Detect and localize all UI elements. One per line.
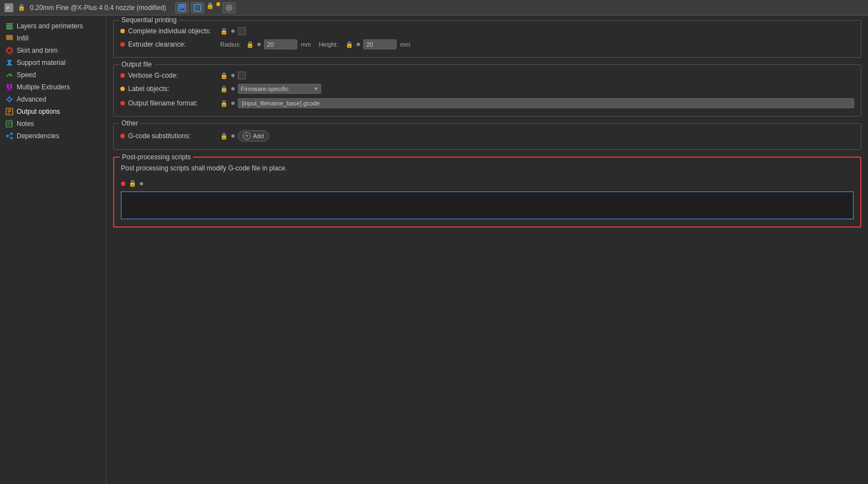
sequential-printing-title: Sequential printing (119, 16, 179, 24)
output-file-title: Output file (119, 60, 154, 68)
output-filename-row: Output filename format: 🔒 (120, 96, 854, 110)
svg-rect-21 (8, 88, 9, 90)
output-filename-dot (120, 101, 125, 105)
complete-individual-label: Complete individual objects: (128, 27, 217, 35)
svg-rect-19 (7, 84, 9, 88)
post-processing-textarea[interactable] (121, 191, 854, 219)
svg-rect-20 (10, 84, 12, 88)
svg-rect-10 (6, 25, 13, 26)
sidebar-label-layers: Layers and perimeters (17, 22, 83, 30)
svg-line-39 (8, 134, 11, 136)
sidebar-item-advanced[interactable]: Advanced (0, 93, 106, 105)
label-objects-row: Label objects: 🔒 Firmware-specific ▼ (120, 82, 854, 96)
sidebar-item-infill[interactable]: Infill (0, 32, 106, 44)
sidebar-item-dependencies[interactable]: Dependencies (0, 130, 106, 142)
sidebar-item-output-options[interactable]: Output options (0, 105, 106, 118)
output-file-section: Output file Verbose G-code: 🔒 Label obje… (113, 64, 861, 117)
lock-icon: 🔒 (18, 4, 26, 11)
sidebar-item-multiple-extruders[interactable]: Multiple Extruders (0, 81, 106, 93)
extruder-clearance-dot (120, 42, 125, 47)
output-filename-label: Output filename format: (128, 99, 217, 107)
complete-individual-dot2 (231, 29, 235, 33)
other-title: Other (119, 119, 140, 127)
svg-rect-15 (7, 60, 12, 61)
height-dot (357, 43, 360, 46)
sidebar-label-speed: Speed (17, 71, 36, 79)
sidebar-item-layers-perimeters[interactable]: Layers and perimeters (0, 20, 106, 32)
post-processing-section: Post-processing scripts Post processing … (113, 157, 861, 228)
svg-text:?: ? (196, 6, 199, 11)
label-objects-label: Label objects: (128, 85, 217, 93)
dropdown-arrow-icon: ▼ (313, 86, 318, 92)
verbose-gcode-checkbox[interactable] (238, 72, 246, 79)
sidebar-item-support[interactable]: Support material (0, 57, 106, 69)
toolbar-btn-2[interactable]: ? (191, 2, 204, 13)
toolbar-btn-3[interactable] (222, 2, 236, 13)
sidebar-label-support: Support material (17, 59, 65, 67)
verbose-gcode-lock: 🔒 (220, 72, 228, 79)
gcode-sub-dot2 (231, 134, 235, 138)
svg-rect-16 (8, 61, 11, 64)
radius-lock: 🔒 (246, 41, 254, 48)
lock-icon-2: 🔒 (206, 2, 214, 13)
sidebar-label-extruders: Multiple Extruders (17, 83, 70, 91)
extruder-clearance-label: Extruder clearance: (128, 41, 217, 48)
radius-label: Radius: (220, 41, 241, 48)
gcode-sub-label: G-code substitutions: (128, 132, 217, 140)
svg-point-36 (6, 135, 8, 137)
post-processing-dot2 (140, 182, 143, 185)
verbose-gcode-row: Verbose G-code: 🔒 (120, 69, 854, 82)
svg-point-38 (11, 137, 13, 139)
svg-point-13 (7, 48, 12, 53)
post-processing-description: Post processing scripts shall modify G-c… (121, 164, 854, 172)
height-input[interactable] (363, 39, 397, 49)
height-lock: 🔒 (346, 41, 353, 48)
sidebar-label-notes: Notes (17, 120, 34, 128)
sidebar-label-infill: Infill (17, 34, 28, 42)
extruder-clearance-row: Extruder clearance: Radius: 🔒 mm Height:… (120, 37, 854, 52)
sidebar-label-advanced: Advanced (17, 95, 46, 103)
sidebar-item-notes[interactable]: Notes (0, 118, 106, 130)
label-objects-dropdown[interactable]: Firmware-specific ▼ (238, 84, 321, 94)
app-icon: P (4, 3, 13, 12)
svg-point-23 (8, 98, 11, 101)
sidebar-item-speed[interactable]: Speed (0, 69, 106, 81)
radius-dot (257, 43, 261, 46)
svg-point-37 (11, 133, 13, 135)
svg-rect-4 (180, 7, 184, 8)
complete-individual-checkbox[interactable] (238, 27, 246, 35)
height-unit: mm (400, 41, 410, 48)
sidebar-item-skirt-brim[interactable]: Skirt and brim (0, 44, 106, 57)
svg-line-40 (8, 136, 11, 138)
output-filename-dot2 (231, 102, 235, 105)
output-filename-input[interactable] (238, 98, 854, 108)
post-processing-title: Post-processing scripts (120, 153, 193, 161)
label-objects-value: Firmware-specific (241, 85, 288, 92)
radius-input[interactable] (264, 39, 297, 49)
gcode-substitutions-row: G-code substitutions: 🔒 + Add (120, 128, 854, 144)
height-label: Height: (319, 41, 338, 48)
sidebar-label-output: Output options (17, 108, 60, 115)
label-objects-dot (120, 87, 125, 91)
post-processing-dot (121, 182, 125, 186)
sequential-printing-section: Sequential printing Complete individual … (113, 20, 861, 58)
toolbar-buttons: ? 🔒 (175, 2, 236, 13)
status-dot (216, 2, 220, 6)
gcode-sub-lock: 🔒 (220, 133, 228, 140)
svg-rect-3 (180, 6, 184, 7)
radius-unit: mm (301, 41, 311, 48)
add-gcode-button[interactable]: + Add (238, 130, 269, 142)
output-filename-lock: 🔒 (220, 100, 228, 107)
add-circle-icon: + (243, 132, 251, 140)
sidebar-label-skirt: Skirt and brim (17, 47, 58, 54)
main-layout: Layers and perimeters Infill Skirt and b… (0, 16, 868, 484)
add-label: Add (253, 133, 264, 139)
verbose-gcode-dot2 (231, 74, 235, 77)
toolbar-btn-1[interactable] (175, 2, 189, 13)
sidebar-label-deps: Dependencies (17, 132, 59, 140)
window-title: 0.20mm Fine @X-Plus 4 0.4 nozzle (modifi… (30, 4, 166, 12)
svg-rect-12 (6, 28, 13, 29)
post-processing-controls: 🔒 (121, 178, 854, 189)
svg-rect-17 (7, 64, 12, 65)
complete-individual-dot (120, 29, 125, 33)
